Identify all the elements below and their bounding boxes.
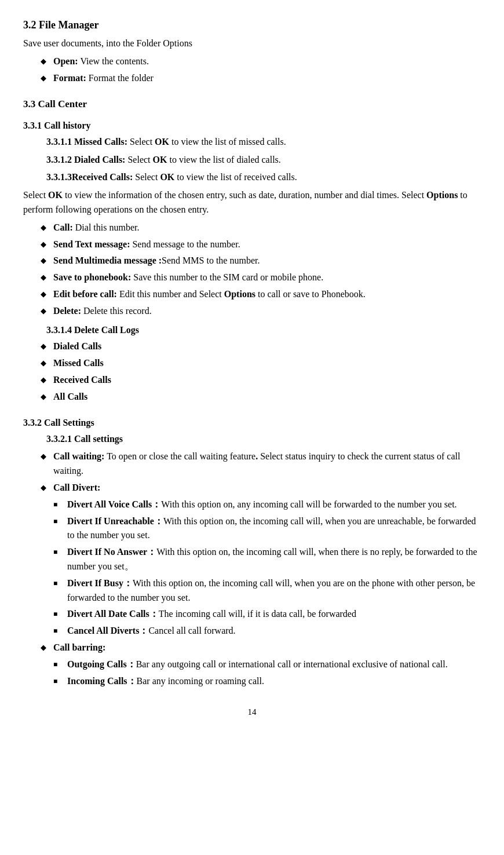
section-332-title: 3.3.2 Call Settings (23, 416, 481, 430)
list-item-all-calls: All Calls (41, 390, 481, 404)
list-item-outgoing-calls: Outgoing Calls：Bar any outgoing call or … (53, 657, 481, 672)
section-32-title: 3.2 File Manager (23, 17, 481, 33)
section-33-title: 3.3 Call Center (23, 97, 481, 112)
list-item-incoming-calls: Incoming Calls：Bar any incoming or roami… (53, 674, 481, 689)
list-item-missed-calls: Missed Calls (41, 356, 481, 371)
list-item-open: Open: View the contents. (41, 54, 481, 69)
list-item-cancel-diverts: Cancel All Diverts：Cancel all call forwa… (53, 624, 481, 638)
list-item-received-calls: Received Calls (41, 373, 481, 388)
list-item-divert-data: Divert All Date Calls：The incoming call … (53, 607, 481, 622)
call-barring-list: Outgoing Calls：Bar any outgoing call or … (53, 657, 481, 689)
call-divert-list: Divert All Voice Calls：With this option … (53, 498, 481, 638)
list-item-send-text: Send Text message: Send message to the n… (41, 237, 481, 252)
list-item-divert-busy: Divert If Busy：With this option on, the … (53, 576, 481, 605)
list-item-save-phonebook: Save to phonebook: Save this number to t… (41, 271, 481, 285)
list-item-edit-before-call: Edit before call: Edit this number and S… (41, 287, 481, 302)
subsection-3312: 3.3.1.2 Dialed Calls: Select OK to view … (46, 153, 481, 167)
subsection-3313: 3.3.1.3Received Calls: Select OK to view… (46, 170, 481, 185)
list-item-delete: Delete: Delete this record. (41, 304, 481, 319)
list-item-dialed-calls: Dialed Calls (41, 339, 481, 354)
subsection-3314-title: 3.3.1.4 Delete Call Logs (46, 323, 481, 338)
call-history-options-list: Call: Dial this number. Send Text messag… (41, 221, 481, 319)
subsection-3321-title: 3.3.2.1 Call settings (46, 432, 481, 447)
call-settings-list: Call waiting: To open or close the call … (41, 450, 481, 688)
list-item-send-mms: Send Multimedia message :Send MMS to the… (41, 254, 481, 268)
list-item-call-divert: Call Divert: Divert All Voice Calls：With… (41, 481, 481, 638)
list-item-divert-all-voice: Divert All Voice Calls：With this option … (53, 498, 481, 512)
list-item-divert-unreachable: Divert If Unreachable：With this option o… (53, 514, 481, 543)
file-manager-list: Open: View the contents. Format: Format … (41, 54, 481, 86)
page-number: 14 (23, 706, 481, 719)
list-item-call-barring: Call barring: Outgoing Calls：Bar any out… (41, 641, 481, 688)
call-history-info: Select OK to view the information of the… (23, 188, 481, 217)
subsection-3311: 3.3.1.1 Missed Calls: Select OK to view … (46, 135, 481, 149)
section-32-intro: Save user documents, into the Folder Opt… (23, 36, 481, 51)
list-item-format: Format: Format the folder (41, 71, 481, 86)
delete-call-logs-list: Dialed Calls Missed Calls Received Calls… (41, 339, 481, 404)
list-item-call: Call: Dial this number. (41, 221, 481, 235)
list-item-call-waiting: Call waiting: To open or close the call … (41, 450, 481, 478)
section-331-title: 3.3.1 Call history (23, 119, 481, 133)
list-item-divert-no-answer: Divert If No Answer：With this option on,… (53, 545, 481, 574)
